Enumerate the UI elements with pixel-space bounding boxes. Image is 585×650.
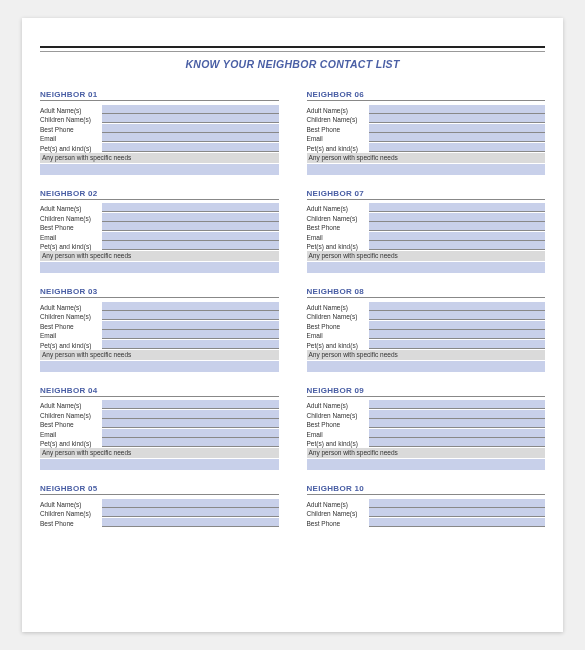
field-row: Email bbox=[307, 428, 546, 438]
field-fill-line bbox=[102, 114, 279, 123]
field-label: Adult Name(s) bbox=[40, 205, 102, 212]
field-row: Email bbox=[307, 133, 546, 143]
document-page: KNOW YOUR NEIGHBOR CONTACT LIST NEIGHBOR… bbox=[22, 18, 563, 632]
needs-label: Any person with specific needs bbox=[307, 251, 546, 261]
field-row: Pet(s) and kind(s) bbox=[307, 241, 546, 251]
needs-fill-space bbox=[307, 262, 546, 273]
field-row: Best Phone bbox=[307, 320, 546, 330]
field-fill-line bbox=[369, 124, 546, 133]
field-fill-line bbox=[369, 203, 546, 212]
field-label: Children Name(s) bbox=[40, 412, 102, 419]
field-label: Adult Name(s) bbox=[40, 402, 102, 409]
field-fill-line bbox=[102, 321, 279, 330]
field-row: Pet(s) and kind(s) bbox=[40, 339, 279, 349]
field-fill-line bbox=[369, 114, 546, 123]
neighbor-header: NEIGHBOR 02 bbox=[40, 189, 279, 200]
field-label: Pet(s) and kind(s) bbox=[40, 440, 102, 447]
neighbor-header: NEIGHBOR 03 bbox=[40, 287, 279, 298]
field-fill-line bbox=[369, 213, 546, 222]
field-row: Children Name(s) bbox=[307, 409, 546, 419]
field-fill-line bbox=[369, 143, 546, 152]
left-column: NEIGHBOR 01Adult Name(s)Children Name(s)… bbox=[40, 90, 279, 527]
field-label: Adult Name(s) bbox=[40, 107, 102, 114]
neighbor-header: NEIGHBOR 08 bbox=[307, 287, 546, 298]
field-row: Adult Name(s) bbox=[307, 104, 546, 114]
field-row: Best Phone bbox=[40, 320, 279, 330]
field-fill-line bbox=[102, 124, 279, 133]
field-row: Adult Name(s) bbox=[40, 498, 279, 508]
field-row: Adult Name(s) bbox=[307, 203, 546, 213]
needs-label: Any person with specific needs bbox=[307, 350, 546, 360]
neighbor-card: NEIGHBOR 04Adult Name(s)Children Name(s)… bbox=[40, 386, 279, 471]
field-row: Children Name(s) bbox=[307, 311, 546, 321]
field-fill-line bbox=[369, 133, 546, 142]
field-row: Best Phone bbox=[40, 419, 279, 429]
field-fill-line bbox=[102, 232, 279, 241]
field-fill-line bbox=[102, 105, 279, 114]
field-label: Best Phone bbox=[307, 421, 369, 428]
field-fill-line bbox=[369, 321, 546, 330]
field-row: Adult Name(s) bbox=[307, 301, 546, 311]
neighbor-header: NEIGHBOR 10 bbox=[307, 484, 546, 495]
neighbor-card: NEIGHBOR 02Adult Name(s)Children Name(s)… bbox=[40, 189, 279, 274]
field-fill-line bbox=[369, 518, 546, 527]
field-fill-line bbox=[102, 499, 279, 508]
field-label: Email bbox=[40, 135, 102, 142]
field-label: Email bbox=[307, 332, 369, 339]
neighbor-header: NEIGHBOR 04 bbox=[40, 386, 279, 397]
field-label: Pet(s) and kind(s) bbox=[40, 342, 102, 349]
neighbor-card: NEIGHBOR 06Adult Name(s)Children Name(s)… bbox=[307, 90, 546, 175]
field-label: Children Name(s) bbox=[307, 313, 369, 320]
field-fill-line bbox=[102, 143, 279, 152]
field-row: Adult Name(s) bbox=[40, 104, 279, 114]
needs-label: Any person with specific needs bbox=[40, 448, 279, 458]
field-label: Best Phone bbox=[40, 224, 102, 231]
neighbor-header: NEIGHBOR 05 bbox=[40, 484, 279, 495]
field-row: Best Phone bbox=[40, 517, 279, 527]
right-column: NEIGHBOR 06Adult Name(s)Children Name(s)… bbox=[307, 90, 546, 527]
field-row: Best Phone bbox=[307, 123, 546, 133]
field-row: Pet(s) and kind(s) bbox=[307, 339, 546, 349]
neighbor-header: NEIGHBOR 01 bbox=[40, 90, 279, 101]
field-label: Email bbox=[307, 135, 369, 142]
field-label: Email bbox=[40, 234, 102, 241]
field-row: Adult Name(s) bbox=[40, 301, 279, 311]
field-label: Adult Name(s) bbox=[307, 107, 369, 114]
field-fill-line bbox=[102, 400, 279, 409]
field-row: Children Name(s) bbox=[307, 212, 546, 222]
field-fill-line bbox=[102, 330, 279, 339]
field-label: Children Name(s) bbox=[307, 510, 369, 517]
field-label: Children Name(s) bbox=[40, 313, 102, 320]
neighbor-card: NEIGHBOR 10Adult Name(s)Children Name(s)… bbox=[307, 484, 546, 527]
field-fill-line bbox=[369, 499, 546, 508]
field-fill-line bbox=[369, 429, 546, 438]
neighbor-card: NEIGHBOR 03Adult Name(s)Children Name(s)… bbox=[40, 287, 279, 372]
field-label: Pet(s) and kind(s) bbox=[40, 145, 102, 152]
neighbor-card: NEIGHBOR 08Adult Name(s)Children Name(s)… bbox=[307, 287, 546, 372]
field-fill-line bbox=[102, 518, 279, 527]
field-fill-line bbox=[102, 311, 279, 320]
field-fill-line bbox=[369, 340, 546, 349]
needs-fill-space bbox=[307, 459, 546, 470]
field-row: Email bbox=[307, 231, 546, 241]
field-label: Pet(s) and kind(s) bbox=[307, 342, 369, 349]
field-row: Pet(s) and kind(s) bbox=[307, 438, 546, 448]
needs-fill-space bbox=[40, 262, 279, 273]
field-label: Email bbox=[40, 431, 102, 438]
field-fill-line bbox=[102, 410, 279, 419]
field-row: Best Phone bbox=[40, 123, 279, 133]
document-title: KNOW YOUR NEIGHBOR CONTACT LIST bbox=[40, 58, 545, 70]
needs-label: Any person with specific needs bbox=[307, 448, 546, 458]
title-rule bbox=[40, 46, 545, 52]
field-row: Pet(s) and kind(s) bbox=[40, 241, 279, 251]
field-row: Children Name(s) bbox=[307, 114, 546, 124]
needs-label: Any person with specific needs bbox=[40, 350, 279, 360]
field-fill-line bbox=[369, 302, 546, 311]
needs-fill-space bbox=[307, 361, 546, 372]
field-row: Best Phone bbox=[307, 222, 546, 232]
field-label: Pet(s) and kind(s) bbox=[307, 440, 369, 447]
field-fill-line bbox=[369, 410, 546, 419]
field-row: Children Name(s) bbox=[40, 114, 279, 124]
neighbor-card: NEIGHBOR 09Adult Name(s)Children Name(s)… bbox=[307, 386, 546, 471]
needs-label: Any person with specific needs bbox=[40, 251, 279, 261]
